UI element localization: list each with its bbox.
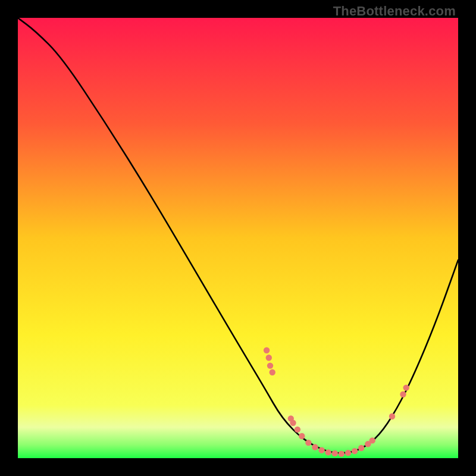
data-point <box>339 450 345 456</box>
data-point <box>267 362 273 368</box>
data-point <box>325 449 331 455</box>
data-point <box>345 450 351 456</box>
data-point <box>369 437 375 443</box>
data-point <box>312 444 318 450</box>
data-point <box>299 433 305 439</box>
data-point <box>266 355 272 361</box>
bottleneck-curve-chart <box>18 18 458 458</box>
data-point <box>358 445 364 451</box>
data-point <box>270 369 275 375</box>
data-point <box>318 447 324 453</box>
chart-frame <box>18 18 458 458</box>
data-point <box>290 420 296 426</box>
gradient-background <box>18 18 458 458</box>
watermark-text: TheBottleneck.com <box>333 4 456 19</box>
data-point <box>389 414 395 419</box>
data-point <box>400 392 406 397</box>
data-point <box>264 347 270 353</box>
data-point <box>332 450 338 456</box>
data-point <box>295 427 300 433</box>
data-point <box>403 384 409 390</box>
data-point <box>305 440 311 446</box>
data-point <box>352 448 358 454</box>
